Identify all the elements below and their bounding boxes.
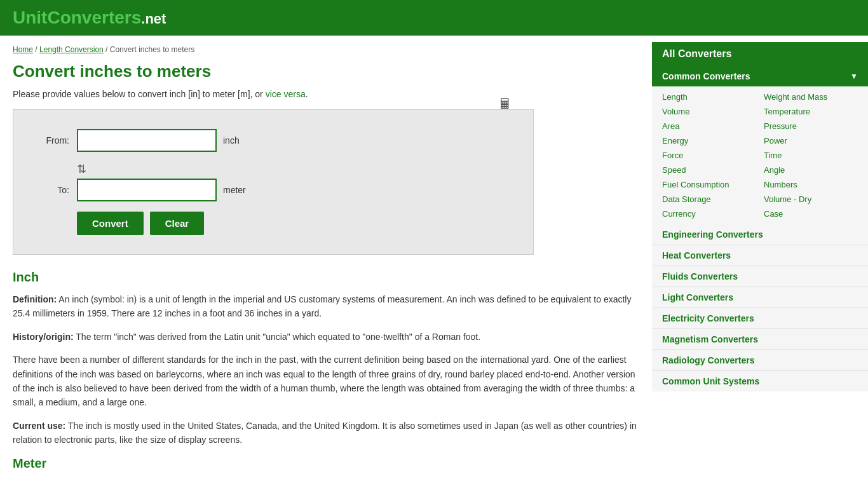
common-converters-label: Common Converters (662, 71, 750, 81)
breadcrumb-current: Convert inches to meters (110, 45, 194, 54)
logo-unit: Unit (13, 8, 47, 27)
sidebar-item-angle[interactable]: Angle (760, 163, 862, 177)
page-title: Convert inches to meters (13, 62, 639, 81)
magnetism-converters-link[interactable]: Magnetism Converters (662, 334, 758, 344)
content-area: Home / Length Conversion / Convert inche… (0, 36, 652, 488)
electricity-converters-link[interactable]: Electricity Converters (662, 313, 754, 323)
magnetism-converters-category[interactable]: Magnetism Converters (652, 329, 868, 349)
radiology-converters-link[interactable]: Radiology Converters (662, 355, 754, 365)
radiology-converters-category[interactable]: Radiology Converters (652, 350, 868, 370)
vice-versa-link[interactable]: vice versa (266, 89, 306, 99)
logo[interactable]: UnitConverters.net (13, 8, 166, 27)
common-converters-header[interactable]: Common Converters ▼ (652, 66, 868, 86)
sidebar-item-currency[interactable]: Currency (658, 207, 760, 220)
history-text: The term "inch" was derived from the Lat… (76, 332, 480, 342)
sidebar-item-energy[interactable]: Energy (658, 134, 760, 147)
inch-body: There have been a number of different st… (13, 353, 639, 410)
current-label: Current use: (13, 421, 65, 431)
converter-buttons: Convert Clear (77, 212, 520, 235)
inch-definition: Definition: An inch (symbol: in) is a un… (13, 292, 639, 321)
sidebar-item-volume-dry[interactable]: Volume - Dry (760, 193, 862, 206)
sidebar-item-time[interactable]: Time (760, 149, 862, 162)
sidebar-item-data-storage[interactable]: Data Storage (658, 193, 760, 206)
logo-converters: Converters (47, 8, 141, 27)
sidebar-item-numbers[interactable]: Numbers (760, 178, 862, 191)
inch-history: History/origin: The term "inch" was deri… (13, 330, 639, 344)
sidebar-item-length[interactable]: Length (658, 90, 760, 104)
definition-text: An inch (symbol: in) is a unit of length… (13, 294, 631, 318)
sidebar-item-temperature[interactable]: Temperature (760, 105, 862, 118)
logo-net: .net (141, 11, 166, 27)
sidebar-item-pressure[interactable]: Pressure (760, 119, 862, 133)
meter-section: Meter (13, 456, 639, 471)
engineering-converters-category[interactable]: Engineering Converters (652, 224, 868, 245)
current-text: The inch is mostly used in the United St… (13, 421, 637, 445)
sidebar-item-power[interactable]: Power (760, 134, 862, 147)
sidebar-item-area[interactable]: Area (658, 119, 760, 133)
sidebar-item-force[interactable]: Force (658, 149, 760, 162)
breadcrumb-length[interactable]: Length Conversion (39, 45, 104, 54)
light-converters-link[interactable]: Light Converters (662, 292, 733, 302)
from-row: From: inch (26, 129, 520, 152)
convert-button[interactable]: Convert (77, 212, 144, 235)
main-container: Home / Length Conversion / Convert inche… (0, 36, 868, 488)
fluids-converters-link[interactable]: Fluids Converters (662, 271, 738, 281)
description-start: Please provide values below to convert i… (13, 89, 266, 99)
description: Please provide values below to convert i… (13, 89, 639, 99)
from-input[interactable] (77, 129, 217, 152)
calculator-icon[interactable]: 🖩 (498, 96, 512, 112)
sidebar-item-fuel[interactable]: Fuel Consumption (658, 178, 760, 191)
sidebar: All Converters Common Converters ▼ Lengt… (652, 36, 868, 488)
electricity-converters-category[interactable]: Electricity Converters (652, 308, 868, 329)
common-unit-systems-link[interactable]: Common Unit Systems (662, 376, 759, 386)
description-end: . (306, 89, 308, 99)
breadcrumb-home[interactable]: Home (13, 45, 33, 54)
inch-heading: Inch (13, 270, 639, 285)
definition-label: Definition: (13, 294, 57, 304)
sidebar-item-case[interactable]: Case (760, 207, 862, 220)
converter-box: From: inch ⇅ To: meter Convert Clear (13, 109, 534, 255)
clear-button[interactable]: Clear (150, 212, 205, 235)
sidebar-item-weight[interactable]: Weight and Mass (760, 90, 862, 104)
heat-converters-category[interactable]: Heat Converters (652, 245, 868, 266)
from-label: From: (26, 135, 77, 146)
to-input[interactable] (77, 179, 217, 201)
history-label: History/origin: (13, 332, 74, 342)
all-converters-header: All Converters (652, 42, 868, 66)
header: UnitConverters.net (0, 0, 868, 36)
fluids-converters-category[interactable]: Fluids Converters (652, 266, 868, 287)
common-converters-arrow: ▼ (850, 72, 858, 81)
sidebar-item-volume[interactable]: Volume (658, 105, 760, 118)
inch-section: Inch Definition: An inch (symbol: in) is… (13, 270, 639, 447)
to-label: To: (26, 185, 77, 195)
common-converters-grid: Length Weight and Mass Volume Temperatur… (652, 86, 868, 224)
breadcrumb: Home / Length Conversion / Convert inche… (13, 45, 639, 54)
inch-current: Current use: The inch is mostly used in … (13, 419, 639, 447)
common-unit-systems-category[interactable]: Common Unit Systems (652, 371, 868, 391)
swap-icon[interactable]: ⇅ (77, 162, 520, 176)
light-converters-category[interactable]: Light Converters (652, 287, 868, 308)
sidebar-item-speed[interactable]: Speed (658, 163, 760, 177)
to-unit: meter (217, 185, 246, 195)
to-row: To: meter (26, 179, 520, 201)
meter-heading: Meter (13, 456, 639, 471)
engineering-converters-link[interactable]: Engineering Converters (662, 229, 763, 240)
heat-converters-link[interactable]: Heat Converters (662, 250, 731, 261)
from-unit: inch (217, 135, 240, 146)
